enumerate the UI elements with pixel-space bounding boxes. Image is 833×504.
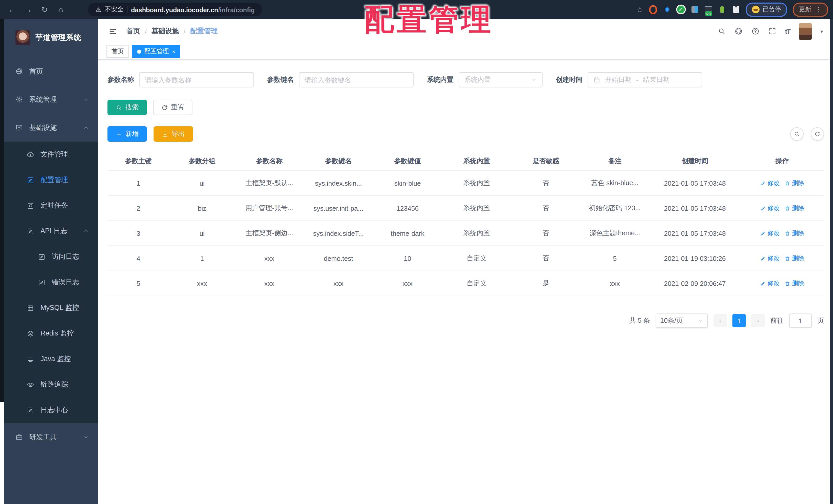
search-icon[interactable] xyxy=(717,27,725,35)
sidebar-item-log-center[interactable]: 日志中心 xyxy=(4,397,98,423)
sidebar-item-label: MySQL 监控 xyxy=(41,303,79,312)
trash-icon xyxy=(785,230,790,236)
builtin-select[interactable]: 系统内置 xyxy=(459,72,543,87)
delete-row-button[interactable]: 删除 xyxy=(785,179,804,187)
date-separator: - xyxy=(636,76,639,84)
refresh-icon xyxy=(161,104,168,111)
delete-row-button[interactable]: 删除 xyxy=(785,279,804,288)
column-header: 系统内置 xyxy=(442,152,511,171)
filter-key-label: 参数键名 xyxy=(267,75,294,84)
delete-row-button[interactable]: 删除 xyxy=(785,254,804,262)
next-page-button[interactable]: › xyxy=(752,314,765,327)
edit-row-button[interactable]: 修改 xyxy=(760,204,780,212)
url-path: /infra/config xyxy=(218,6,255,14)
breadcrumb-item[interactable]: 首页 xyxy=(126,27,140,36)
page-size-select[interactable]: 10条/页 xyxy=(656,313,708,328)
edit-row-button[interactable]: 修改 xyxy=(760,254,780,262)
delete-row-button[interactable]: 删除 xyxy=(785,229,804,237)
sidebar-item-dev-tools[interactable]: 研发工具 xyxy=(4,423,98,451)
edit-row-button[interactable]: 修改 xyxy=(760,229,780,237)
sidebar-item-mysql[interactable]: MySQL 监控 xyxy=(4,295,98,321)
breadcrumb-item[interactable]: 基础设施 xyxy=(151,27,179,36)
export-button[interactable]: 导出 xyxy=(153,126,193,142)
edit-row-button[interactable]: 修改 xyxy=(760,179,780,187)
paused-label: 已暂停 xyxy=(763,5,781,14)
pencil-icon xyxy=(760,280,766,286)
tab-label: 配置管理 xyxy=(144,47,169,56)
param-key-input[interactable] xyxy=(299,72,413,87)
sidebar-item-config[interactable]: 配置管理 xyxy=(4,167,98,193)
sidebar-item-access-log[interactable]: 访问日志 xyxy=(4,244,98,270)
table-cell: 2 xyxy=(108,196,169,221)
sidebar-item-redis[interactable]: Redis 监控 xyxy=(4,321,98,346)
help-icon[interactable] xyxy=(751,27,759,35)
fullscreen-icon[interactable] xyxy=(768,27,776,35)
reload-icon[interactable]: ↻ xyxy=(38,3,51,16)
sidebar-item-label: 研发工具 xyxy=(29,432,57,442)
tab-配置管理[interactable]: 配置管理× xyxy=(132,45,181,58)
sidebar-item-api-log[interactable]: API 日志 xyxy=(4,218,98,244)
font-size-icon[interactable]: tT xyxy=(785,27,790,35)
chevron-down-icon xyxy=(531,77,537,83)
forward-icon[interactable]: → xyxy=(22,3,35,16)
param-name-input[interactable] xyxy=(139,72,254,87)
avatar[interactable] xyxy=(799,23,812,40)
sidebar-item-file[interactable]: 文件管理 xyxy=(4,142,98,167)
toggle-search-button[interactable] xyxy=(790,127,804,141)
pin-extension-icon[interactable] xyxy=(663,5,671,14)
address-bar[interactable]: 不安全 dashboard.yudao.iocoder.cn/infra/con… xyxy=(88,3,262,16)
close-icon[interactable]: × xyxy=(172,48,175,54)
sidebar-item-home[interactable]: 首页 xyxy=(4,57,98,85)
sprout-extension-icon[interactable] xyxy=(718,5,726,14)
puzzle-extension-icon[interactable] xyxy=(732,5,740,14)
table-cell: sys.user.init-pa... xyxy=(304,196,373,221)
sidebar-item-error-log[interactable]: 错误日志 xyxy=(4,270,98,295)
grid-extension-icon[interactable] xyxy=(690,5,699,14)
update-button[interactable]: 更新 ⋮ xyxy=(793,2,828,17)
github-icon[interactable] xyxy=(734,27,742,35)
table-cell: 系统内置 xyxy=(442,171,511,196)
terminal-extension-icon[interactable]: on xyxy=(704,5,712,14)
chevron-down-icon[interactable]: ▾ xyxy=(820,28,823,34)
green-check-extension-icon[interactable]: ✓ xyxy=(676,5,685,14)
filter-name-label: 参数名称 xyxy=(108,75,134,84)
total-count: 共 5 条 xyxy=(629,316,650,325)
hamburger-icon[interactable] xyxy=(109,27,117,35)
sidebar-item-label: 日志中心 xyxy=(41,406,68,415)
eye-icon xyxy=(27,381,34,388)
sidebar-item-label: Java 监控 xyxy=(41,354,71,363)
reset-button[interactable]: 重置 xyxy=(153,100,192,115)
menu-dots-icon[interactable]: ⋮ xyxy=(815,6,822,13)
paused-extension-pill[interactable]: 已暂停 xyxy=(746,2,787,17)
back-icon[interactable]: ← xyxy=(5,3,19,16)
sidebar-item-infra[interactable]: 基础设施 xyxy=(4,114,98,142)
search-button[interactable]: 搜索 xyxy=(108,100,147,115)
table-cell: 1 xyxy=(169,246,235,271)
breadcrumb-separator: / xyxy=(145,27,147,35)
delete-row-button[interactable]: 删除 xyxy=(785,204,804,212)
orange-ring-extension-icon[interactable] xyxy=(649,5,657,14)
goto-page-input[interactable] xyxy=(789,313,812,328)
current-page[interactable]: 1 xyxy=(733,314,746,327)
sidebar-item-trace[interactable]: 链路追踪 xyxy=(4,372,98,397)
date-range-picker[interactable]: 开始日期 - 结束日期 xyxy=(588,72,702,87)
add-button[interactable]: 新增 xyxy=(108,126,147,142)
table-cell: 否 xyxy=(511,246,580,271)
plus-icon xyxy=(116,131,122,137)
briefcase-icon xyxy=(15,433,23,441)
home-icon[interactable]: ⌂ xyxy=(54,3,68,16)
table-cell: 主框架页-默认... xyxy=(235,171,304,196)
tab-首页[interactable]: 首页 xyxy=(106,45,129,58)
sidebar-item-job[interactable]: 定时任务 xyxy=(4,193,98,218)
scrollbar[interactable] xyxy=(830,19,833,504)
app-logo[interactable]: 芋道管理系统 xyxy=(4,19,98,51)
column-header: 备注 xyxy=(580,152,649,171)
edit-row-button[interactable]: 修改 xyxy=(760,279,780,288)
breadcrumb: 首页/基础设施/配置管理 xyxy=(126,27,218,36)
bookmark-star-icon[interactable]: ☆ xyxy=(637,5,643,14)
refresh-table-button[interactable] xyxy=(811,127,824,141)
table-cell: 10 xyxy=(373,246,442,271)
prev-page-button[interactable]: ‹ xyxy=(713,314,727,327)
sidebar-item-system[interactable]: 系统管理 xyxy=(4,85,98,114)
sidebar-item-java[interactable]: Java 监控 xyxy=(4,346,98,372)
